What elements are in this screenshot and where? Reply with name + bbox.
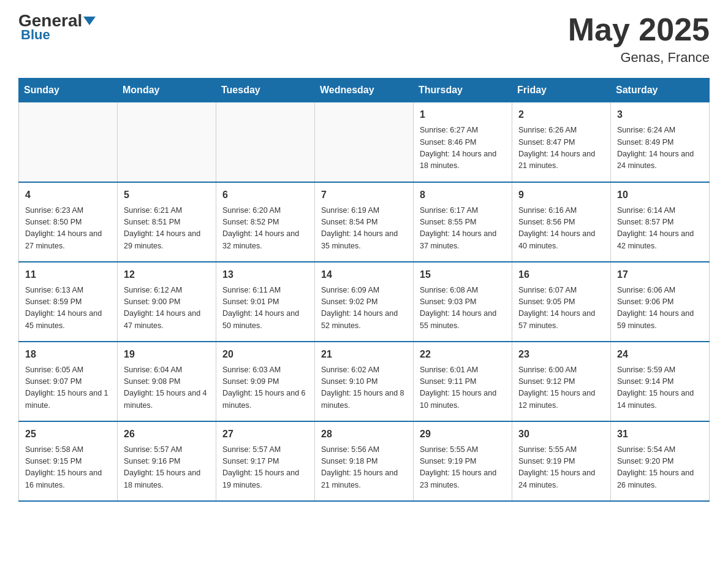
day-number: 15 xyxy=(420,267,506,282)
day-info: Sunrise: 5:55 AM Sunset: 9:19 PM Dayligh… xyxy=(420,444,506,492)
calendar-cell: 10Sunrise: 6:14 AM Sunset: 8:57 PM Dayli… xyxy=(611,182,710,262)
calendar-cell: 9Sunrise: 6:16 AM Sunset: 8:56 PM Daylig… xyxy=(512,182,611,262)
day-number: 13 xyxy=(222,267,308,282)
day-info: Sunrise: 6:02 AM Sunset: 9:10 PM Dayligh… xyxy=(321,364,407,412)
day-info: Sunrise: 5:58 AM Sunset: 9:15 PM Dayligh… xyxy=(25,444,111,492)
day-info: Sunrise: 6:24 AM Sunset: 8:49 PM Dayligh… xyxy=(617,124,703,172)
day-number: 23 xyxy=(518,347,604,362)
day-number: 20 xyxy=(222,347,308,362)
page-header: General Blue May 2025 Genas, France xyxy=(18,12,710,66)
day-number: 19 xyxy=(124,347,210,362)
day-header-saturday: Saturday xyxy=(611,79,710,102)
day-info: Sunrise: 6:08 AM Sunset: 9:03 PM Dayligh… xyxy=(420,285,506,332)
calendar-cell: 4Sunrise: 6:23 AM Sunset: 8:50 PM Daylig… xyxy=(19,182,118,262)
calendar-week-1: 1Sunrise: 6:27 AM Sunset: 8:46 PM Daylig… xyxy=(19,102,710,182)
calendar-cell: 22Sunrise: 6:01 AM Sunset: 9:11 PM Dayli… xyxy=(414,342,512,421)
calendar-cell: 3Sunrise: 6:24 AM Sunset: 8:49 PM Daylig… xyxy=(611,102,710,182)
calendar-week-2: 4Sunrise: 6:23 AM Sunset: 8:50 PM Daylig… xyxy=(19,182,710,262)
day-info: Sunrise: 6:27 AM Sunset: 8:46 PM Dayligh… xyxy=(420,124,506,172)
calendar-table: SundayMondayTuesdayWednesdayThursdayFrid… xyxy=(18,78,710,502)
calendar-cell: 11Sunrise: 6:13 AM Sunset: 8:59 PM Dayli… xyxy=(19,262,118,342)
calendar-cell: 5Sunrise: 6:21 AM Sunset: 8:51 PM Daylig… xyxy=(118,182,216,262)
day-info: Sunrise: 5:57 AM Sunset: 9:16 PM Dayligh… xyxy=(124,444,210,492)
day-info: Sunrise: 6:26 AM Sunset: 8:47 PM Dayligh… xyxy=(518,124,604,172)
calendar-cell: 23Sunrise: 6:00 AM Sunset: 9:12 PM Dayli… xyxy=(512,342,611,421)
day-number: 21 xyxy=(321,347,407,362)
logo: General Blue xyxy=(18,12,96,43)
day-number: 25 xyxy=(25,427,111,442)
day-number: 14 xyxy=(321,267,407,282)
day-info: Sunrise: 6:14 AM Sunset: 8:57 PM Dayligh… xyxy=(617,205,703,253)
day-info: Sunrise: 6:23 AM Sunset: 8:50 PM Dayligh… xyxy=(25,205,111,253)
calendar-cell: 17Sunrise: 6:06 AM Sunset: 9:06 PM Dayli… xyxy=(611,262,710,342)
calendar-cell: 29Sunrise: 5:55 AM Sunset: 9:19 PM Dayli… xyxy=(414,421,512,501)
calendar-cell: 8Sunrise: 6:17 AM Sunset: 8:55 PM Daylig… xyxy=(414,182,512,262)
logo-blue-text: Blue xyxy=(18,27,50,43)
day-number: 8 xyxy=(420,188,506,202)
calendar-cell: 14Sunrise: 6:09 AM Sunset: 9:02 PM Dayli… xyxy=(315,262,414,342)
day-info: Sunrise: 6:06 AM Sunset: 9:06 PM Dayligh… xyxy=(617,285,703,332)
calendar-cell: 20Sunrise: 6:03 AM Sunset: 9:09 PM Dayli… xyxy=(216,342,315,421)
days-of-week-row: SundayMondayTuesdayWednesdayThursdayFrid… xyxy=(19,79,710,102)
day-number: 4 xyxy=(25,188,111,202)
day-info: Sunrise: 5:54 AM Sunset: 9:20 PM Dayligh… xyxy=(617,444,703,492)
day-info: Sunrise: 6:17 AM Sunset: 8:55 PM Dayligh… xyxy=(420,205,506,253)
calendar-cell: 6Sunrise: 6:20 AM Sunset: 8:52 PM Daylig… xyxy=(216,182,315,262)
day-info: Sunrise: 6:13 AM Sunset: 8:59 PM Dayligh… xyxy=(25,285,111,332)
calendar-subtitle: Genas, France xyxy=(568,50,710,66)
day-info: Sunrise: 6:21 AM Sunset: 8:51 PM Dayligh… xyxy=(124,205,210,253)
day-number: 30 xyxy=(518,427,604,442)
logo-arrow-icon xyxy=(83,17,96,25)
day-number: 31 xyxy=(617,427,703,442)
calendar-cell: 27Sunrise: 5:57 AM Sunset: 9:17 PM Dayli… xyxy=(216,421,315,501)
day-info: Sunrise: 6:20 AM Sunset: 8:52 PM Dayligh… xyxy=(222,205,308,253)
day-number: 22 xyxy=(420,347,506,362)
day-number: 26 xyxy=(124,427,210,442)
title-section: May 2025 Genas, France xyxy=(568,12,710,66)
day-header-thursday: Thursday xyxy=(414,79,512,102)
calendar-week-4: 18Sunrise: 6:05 AM Sunset: 9:07 PM Dayli… xyxy=(19,342,710,421)
day-number: 24 xyxy=(617,347,703,362)
calendar-cell: 15Sunrise: 6:08 AM Sunset: 9:03 PM Dayli… xyxy=(414,262,512,342)
calendar-cell: 1Sunrise: 6:27 AM Sunset: 8:46 PM Daylig… xyxy=(414,102,512,182)
calendar-header: SundayMondayTuesdayWednesdayThursdayFrid… xyxy=(19,79,710,102)
day-number: 5 xyxy=(124,188,210,202)
day-info: Sunrise: 6:01 AM Sunset: 9:11 PM Dayligh… xyxy=(420,364,506,412)
day-info: Sunrise: 6:16 AM Sunset: 8:56 PM Dayligh… xyxy=(518,205,604,253)
day-header-tuesday: Tuesday xyxy=(216,79,315,102)
calendar-cell: 30Sunrise: 5:55 AM Sunset: 9:19 PM Dayli… xyxy=(512,421,611,501)
day-info: Sunrise: 6:19 AM Sunset: 8:54 PM Dayligh… xyxy=(321,205,407,253)
day-number: 11 xyxy=(25,267,111,282)
day-number: 2 xyxy=(518,107,604,122)
day-header-sunday: Sunday xyxy=(19,79,118,102)
day-number: 10 xyxy=(617,188,703,202)
calendar-cell: 18Sunrise: 6:05 AM Sunset: 9:07 PM Dayli… xyxy=(19,342,118,421)
calendar-cell: 7Sunrise: 6:19 AM Sunset: 8:54 PM Daylig… xyxy=(315,182,414,262)
calendar-title: May 2025 xyxy=(568,12,710,47)
day-info: Sunrise: 6:09 AM Sunset: 9:02 PM Dayligh… xyxy=(321,285,407,332)
day-info: Sunrise: 6:00 AM Sunset: 9:12 PM Dayligh… xyxy=(518,364,604,412)
day-number: 1 xyxy=(420,107,506,122)
day-info: Sunrise: 6:11 AM Sunset: 9:01 PM Dayligh… xyxy=(222,285,308,332)
calendar-cell: 16Sunrise: 6:07 AM Sunset: 9:05 PM Dayli… xyxy=(512,262,611,342)
day-number: 18 xyxy=(25,347,111,362)
calendar-cell: 25Sunrise: 5:58 AM Sunset: 9:15 PM Dayli… xyxy=(19,421,118,501)
calendar-cell: 31Sunrise: 5:54 AM Sunset: 9:20 PM Dayli… xyxy=(611,421,710,501)
calendar-cell xyxy=(118,102,216,182)
day-info: Sunrise: 5:57 AM Sunset: 9:17 PM Dayligh… xyxy=(222,444,308,492)
day-header-monday: Monday xyxy=(118,79,216,102)
day-info: Sunrise: 5:59 AM Sunset: 9:14 PM Dayligh… xyxy=(617,364,703,412)
calendar-cell: 26Sunrise: 5:57 AM Sunset: 9:16 PM Dayli… xyxy=(118,421,216,501)
day-number: 29 xyxy=(420,427,506,442)
day-number: 16 xyxy=(518,267,604,282)
day-number: 17 xyxy=(617,267,703,282)
calendar-week-5: 25Sunrise: 5:58 AM Sunset: 9:15 PM Dayli… xyxy=(19,421,710,501)
day-number: 6 xyxy=(222,188,308,202)
day-info: Sunrise: 6:04 AM Sunset: 9:08 PM Dayligh… xyxy=(124,364,210,412)
calendar-cell: 2Sunrise: 6:26 AM Sunset: 8:47 PM Daylig… xyxy=(512,102,611,182)
calendar-cell: 21Sunrise: 6:02 AM Sunset: 9:10 PM Dayli… xyxy=(315,342,414,421)
day-number: 28 xyxy=(321,427,407,442)
day-number: 7 xyxy=(321,188,407,202)
calendar-cell xyxy=(315,102,414,182)
day-info: Sunrise: 6:03 AM Sunset: 9:09 PM Dayligh… xyxy=(222,364,308,412)
